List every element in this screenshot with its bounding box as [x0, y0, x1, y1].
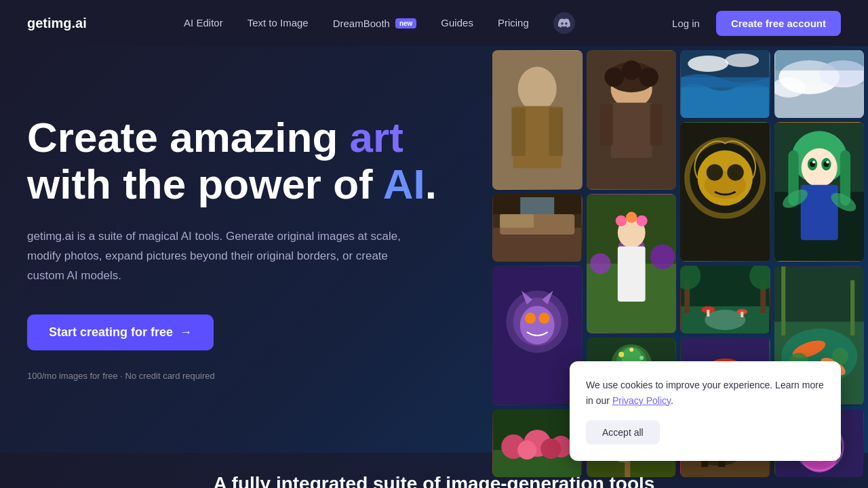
svg-rect-2: [513, 106, 561, 169]
svg-point-50: [618, 352, 624, 357]
nav-dreambooth[interactable]: DreamBooth: [333, 18, 390, 29]
svg-rect-34: [650, 104, 662, 146]
svg-point-38: [650, 244, 675, 269]
nav-text-to-image[interactable]: Text to Image: [248, 17, 309, 28]
hero-title-part1: Create amazing: [27, 114, 350, 161]
svg-point-14: [520, 306, 555, 344]
hero-accent-ai: AI: [383, 161, 425, 207]
svg-point-110: [801, 148, 837, 187]
svg-rect-10: [520, 197, 554, 214]
login-link[interactable]: Log in: [672, 18, 700, 29]
svg-point-118: [779, 186, 810, 211]
svg-point-65: [705, 171, 746, 199]
svg-point-72: [680, 266, 701, 289]
svg-point-64: [697, 150, 753, 206]
svg-rect-59: [681, 50, 769, 118]
svg-rect-20: [493, 450, 581, 477]
svg-point-37: [590, 253, 611, 274]
nav-guides[interactable]: Guides: [441, 17, 473, 28]
svg-rect-3: [512, 108, 526, 156]
svg-point-39: [617, 236, 645, 264]
svg-rect-8: [500, 214, 534, 228]
navbar: getimg.ai AI Editor Text to Image DreamB…: [0, 0, 868, 46]
grid-image-anime-girl: [774, 122, 865, 262]
start-button-label: Start creating for free: [49, 325, 173, 340]
svg-rect-99: [775, 50, 863, 118]
logo[interactable]: getimg.ai: [27, 16, 87, 31]
svg-point-78: [736, 309, 747, 314]
svg-point-15: [525, 312, 536, 323]
svg-point-31: [621, 60, 641, 80]
svg-point-25: [540, 439, 561, 459]
cookie-period: .: [671, 395, 673, 406]
svg-point-42: [615, 216, 626, 226]
svg-point-40: [617, 218, 645, 248]
grid-image-curly-man: [587, 50, 677, 190]
svg-rect-109: [840, 150, 850, 206]
svg-rect-105: [774, 123, 865, 261]
svg-point-119: [828, 189, 859, 215]
svg-rect-9: [493, 194, 581, 214]
svg-point-75: [705, 310, 745, 330]
arrow-right-icon: [180, 325, 192, 340]
hero-title-period: .: [425, 161, 437, 207]
hero-accent-art: art: [350, 114, 403, 161]
svg-point-101: [778, 60, 840, 94]
nav-ai-editor[interactable]: AI Editor: [184, 17, 223, 28]
svg-rect-0: [492, 51, 583, 189]
create-account-button[interactable]: Create free account: [716, 11, 841, 36]
svg-rect-73: [760, 279, 766, 313]
svg-point-114: [823, 161, 829, 167]
svg-rect-6: [493, 228, 581, 262]
svg-rect-77: [707, 310, 709, 317]
svg-point-62: [725, 54, 759, 67]
svg-rect-69: [681, 266, 769, 333]
svg-point-76: [701, 306, 715, 313]
svg-point-21: [501, 434, 526, 459]
grid-image-forest-path: [680, 266, 770, 333]
svg-point-24: [517, 441, 536, 460]
nav-links: AI Editor Text to Image DreamBooth new G…: [184, 12, 575, 34]
svg-point-43: [626, 212, 637, 223]
grid-image-man-suit: [492, 50, 583, 190]
grid-image-glowing-cat: [492, 266, 583, 405]
dreambooth-badge: new: [395, 18, 416, 28]
svg-point-61: [688, 56, 728, 72]
svg-rect-11: [492, 266, 583, 405]
start-creating-button[interactable]: Start creating for free: [27, 314, 214, 350]
hero-title: Create amazing art with the power of AI.: [27, 114, 488, 208]
svg-point-51: [639, 356, 644, 360]
svg-marker-18: [542, 291, 553, 304]
grid-image-garden: [492, 409, 583, 477]
svg-rect-79: [741, 312, 743, 317]
svg-rect-36: [587, 264, 677, 333]
svg-rect-5: [493, 194, 581, 262]
svg-rect-117: [800, 185, 837, 241]
svg-rect-128: [850, 280, 854, 336]
privacy-policy-link[interactable]: Privacy Policy: [612, 395, 671, 406]
nav-pricing[interactable]: Pricing: [498, 17, 529, 28]
svg-point-44: [636, 216, 647, 226]
svg-point-66: [707, 164, 723, 180]
grid-image-clouds: [774, 50, 865, 118]
hero-description: getimg.ai is a suite of magical AI tools…: [27, 227, 407, 286]
svg-rect-70: [681, 306, 769, 333]
svg-point-123: [790, 337, 827, 362]
svg-rect-127: [781, 266, 785, 336]
svg-point-67: [727, 164, 743, 180]
svg-point-103: [774, 77, 806, 98]
svg-rect-106: [774, 192, 865, 261]
svg-point-74: [749, 266, 770, 289]
accept-cookies-button[interactable]: Accept all: [586, 420, 660, 445]
svg-point-116: [826, 161, 829, 163]
svg-rect-41: [617, 247, 645, 302]
svg-rect-33: [600, 104, 612, 146]
svg-rect-63: [680, 123, 770, 261]
nav-right: Log in Create free account: [672, 11, 841, 36]
svg-point-68: [687, 140, 763, 216]
discord-icon[interactable]: [553, 12, 575, 34]
svg-point-1: [518, 67, 557, 111]
cookie-banner: We use cookies to improve your experienc…: [570, 361, 841, 461]
svg-point-30: [639, 68, 658, 87]
svg-rect-26: [587, 51, 677, 189]
